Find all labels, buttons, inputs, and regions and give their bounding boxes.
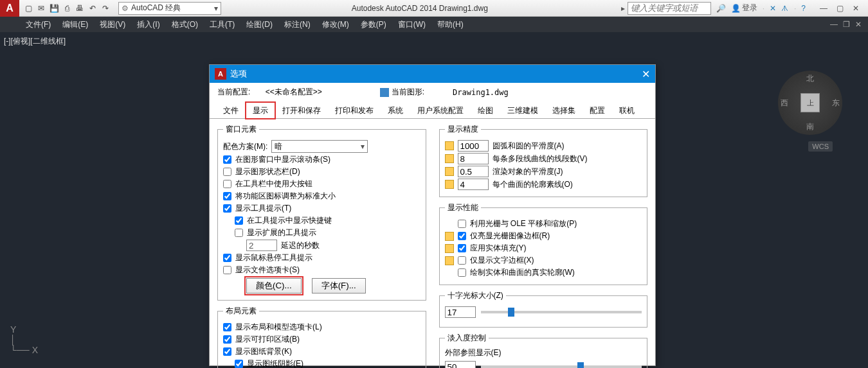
help-icon[interactable]: ? — [801, 4, 806, 13]
pref-icon — [445, 244, 454, 253]
tab-selection[interactable]: 选择集 — [545, 102, 583, 119]
cb-true-silhouette[interactable] — [458, 268, 466, 277]
menu-window[interactable]: 窗口(W) — [398, 19, 426, 30]
cb-large-buttons[interactable] — [223, 180, 231, 188]
redo-icon[interactable]: ↷ — [100, 3, 111, 13]
tab-display[interactable]: 显示 — [246, 102, 275, 119]
mdi-restore-icon[interactable]: ❐ — [843, 20, 850, 29]
group-display-performance: 显示性能 利用光栅与 OLE 平移和缩放(P) 仅亮显光栅图像边框(R) 应用实… — [439, 202, 648, 285]
arc-smooth-input[interactable] — [458, 140, 489, 152]
polyline-seg-input[interactable] — [458, 153, 489, 164]
tab-open-save[interactable]: 打开和保存 — [275, 102, 328, 119]
cb-printable-area[interactable] — [223, 335, 231, 344]
undo-icon[interactable]: ↶ — [87, 3, 98, 13]
cb-tooltips-shortcut[interactable] — [235, 216, 243, 225]
mdi-close-icon[interactable]: ✕ — [855, 20, 862, 29]
polyline-seg-label: 每条多段线曲线的线段数(V) — [493, 153, 588, 164]
dialog-close-button[interactable]: ✕ — [642, 68, 650, 80]
saveas-icon[interactable]: ⎙ — [62, 3, 72, 13]
color-scheme-combo[interactable]: 暗 ▾ — [271, 140, 368, 153]
cb-paper-bg[interactable] — [223, 347, 231, 356]
cb-tooltips-label: 显示工具提示(T) — [235, 203, 291, 214]
cb-file-tabs[interactable] — [223, 266, 231, 274]
pref-icon — [445, 232, 454, 241]
tab-user-prefs[interactable]: 用户系统配置 — [410, 102, 471, 119]
tab-plot[interactable]: 打印和发布 — [328, 102, 381, 119]
viewcube[interactable]: 北 南 东 西 上 — [778, 71, 842, 135]
cb-layout-tabs-label: 显示布局和模型选项卡(L) — [235, 322, 322, 333]
xref-display-input[interactable] — [445, 361, 476, 368]
viewport-label[interactable]: [-][俯视][二维线框] — [4, 36, 66, 47]
menu-format[interactable]: 格式(O) — [172, 19, 198, 30]
colors-button[interactable]: 颜色(C)... — [246, 278, 302, 294]
exchange-icon[interactable]: ✕ — [770, 4, 776, 13]
workspace-selector[interactable]: ⚙ AutoCAD 经典 ▾ — [118, 2, 221, 15]
cb-hover-tooltips[interactable] — [223, 254, 231, 262]
fade-control-title: 淡入度控制 — [445, 333, 489, 344]
tab-online[interactable]: 联机 — [612, 102, 642, 119]
cb-scrollbars-label: 在图形窗口中显示滚动条(S) — [235, 154, 330, 165]
chevron-down-icon: ▾ — [361, 142, 365, 151]
cb-tooltips[interactable] — [223, 204, 231, 213]
cb-drawing-status[interactable] — [223, 168, 231, 176]
minimize-button[interactable]: — — [820, 4, 827, 13]
cb-solid-fill[interactable] — [458, 244, 466, 252]
dialog-tabs: 文件 显示 打开和保存 打印和发布 系统 用户系统配置 绘图 三维建模 选择集 … — [210, 101, 655, 119]
cb-ribbon-icons[interactable] — [223, 192, 231, 200]
cb-raster-ole[interactable] — [458, 220, 466, 228]
viewcube-top[interactable]: 上 — [800, 93, 820, 112]
tab-drafting[interactable]: 绘图 — [471, 102, 500, 119]
signin-button[interactable]: 👤 登录 — [731, 3, 757, 13]
tab-profiles[interactable]: 配置 — [583, 102, 612, 119]
cb-text-boundary[interactable] — [458, 256, 466, 265]
window-controls: — ▢ ✕ — [811, 4, 868, 13]
binoculars-icon[interactable]: 🔎 — [716, 4, 726, 13]
menu-bar: 文件(F) 编辑(E) 视图(V) 插入(I) 格式(O) 工具(T) 绘图(D… — [0, 17, 868, 32]
menu-modify[interactable]: 修改(M) — [322, 19, 349, 30]
crosshair-input[interactable] — [445, 306, 476, 318]
maximize-button[interactable]: ▢ — [836, 4, 844, 13]
save-icon[interactable]: 💾 — [49, 3, 59, 13]
tab-file[interactable]: 文件 — [216, 102, 246, 119]
search-input[interactable] — [628, 2, 711, 15]
menu-insert[interactable]: 插入(I) — [137, 19, 159, 30]
crosshair-slider[interactable] — [481, 311, 642, 313]
cb-printable-area-label: 显示可打印区域(B) — [235, 334, 300, 345]
menu-view[interactable]: 视图(V) — [100, 19, 125, 30]
cb-scrollbars[interactable] — [223, 155, 231, 164]
viewcube-south[interactable]: 南 — [806, 121, 814, 132]
app-logo-icon[interactable]: A — [0, 0, 19, 17]
cb-layout-tabs[interactable] — [223, 323, 231, 331]
menu-edit[interactable]: 编辑(E) — [62, 19, 88, 30]
open-icon[interactable]: ✉ — [36, 3, 46, 13]
viewcube-north[interactable]: 北 — [806, 73, 814, 84]
menu-file[interactable]: 文件(F) — [26, 19, 51, 30]
menu-draw[interactable]: 绘图(D) — [246, 19, 273, 30]
surface-lines-input[interactable] — [458, 179, 489, 190]
mdi-minimize-icon[interactable]: — — [830, 20, 838, 29]
group-window-elements-title: 窗口元素 — [223, 124, 259, 135]
plot-icon[interactable]: 🖶 — [75, 3, 85, 13]
fonts-button[interactable]: 字体(F)... — [312, 278, 366, 294]
viewcube-east[interactable]: 东 — [832, 98, 840, 109]
new-icon[interactable]: ▢ — [23, 3, 33, 13]
dialog-titlebar[interactable]: A 选项 ✕ — [210, 65, 655, 83]
xref-display-slider[interactable] — [481, 365, 642, 368]
tab-system[interactable]: 系统 — [381, 102, 410, 119]
menu-tools[interactable]: 工具(T) — [210, 19, 235, 30]
current-config-value: <<未命名配置>> — [266, 87, 322, 96]
render-smooth-input[interactable] — [458, 166, 489, 177]
search-arrow-icon[interactable]: ▸ — [619, 4, 628, 13]
close-button[interactable]: ✕ — [853, 4, 859, 13]
viewcube-west[interactable]: 西 — [781, 98, 788, 109]
wcs-label[interactable]: WCS — [808, 141, 833, 152]
tab-3d-modeling[interactable]: 三维建模 — [500, 102, 545, 119]
cb-hover-tooltips-label: 显示鼠标悬停工具提示 — [235, 252, 312, 263]
cb-paper-shadow[interactable] — [235, 360, 243, 368]
menu-help[interactable]: 帮助(H) — [437, 19, 464, 30]
cb-highlight-raster[interactable] — [458, 232, 466, 240]
autodesk360-icon[interactable]: ⩚ — [781, 4, 789, 13]
cb-tooltips-ext[interactable] — [235, 229, 243, 237]
menu-parametric[interactable]: 参数(P) — [361, 19, 386, 30]
menu-dimension[interactable]: 标注(N) — [284, 19, 311, 30]
